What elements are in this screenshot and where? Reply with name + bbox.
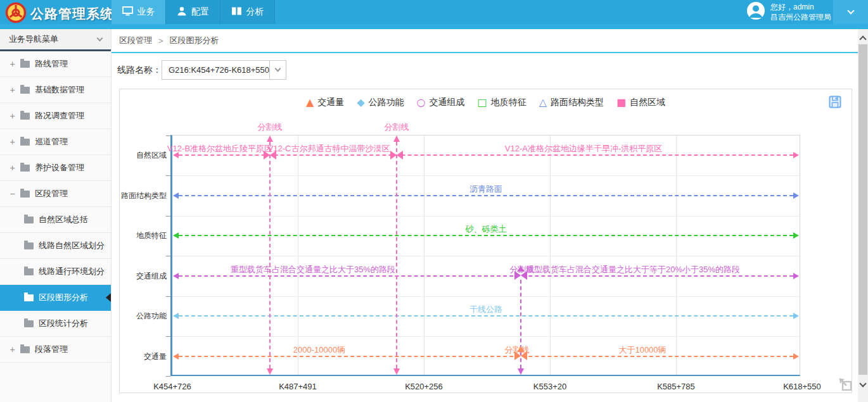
- avatar-icon: [746, 1, 765, 23]
- scroll-down-icon[interactable]: [859, 380, 866, 387]
- row-label-highway-function: 公路功能: [136, 311, 167, 322]
- diamond-filled-icon: ◆: [357, 97, 364, 108]
- arrow-left-icon: [173, 232, 179, 239]
- arrow-down-icon: [393, 368, 400, 375]
- sidebar-item-maintenance-equipment[interactable]: + 养护设备管理: [0, 155, 111, 181]
- tab-business[interactable]: 业务: [112, 0, 166, 24]
- sidebar-item-paragraph-management[interactable]: + 段落管理: [0, 337, 111, 363]
- expand-icon[interactable]: +: [8, 111, 16, 121]
- row-label-pavement-structure-type: 路面结构类型: [121, 191, 167, 201]
- circle-outline-icon: ○: [417, 97, 426, 108]
- legend-item-geological-feature: □ 地质特征: [478, 97, 527, 108]
- book-icon: [231, 6, 242, 18]
- user-menu-toggle[interactable]: [833, 0, 868, 24]
- sidebar-item-route-management[interactable]: + 路线管理: [0, 51, 111, 77]
- breadcrumb-section-management[interactable]: 区段管理: [119, 35, 152, 46]
- monitor-icon: [122, 6, 133, 18]
- series-line-traffic-volume: [179, 356, 793, 357]
- expand-icon[interactable]: +: [8, 163, 16, 173]
- popout-icon[interactable]: [838, 377, 854, 393]
- sidebar-header[interactable]: 业务导航菜单: [0, 29, 111, 51]
- sidebar-item-line-natural-region-division[interactable]: 线路自然区域划分: [0, 233, 111, 259]
- sidebar-item-section-statistics-analysis[interactable]: 区段统计分析: [0, 311, 111, 337]
- divider-label: 分割线: [258, 122, 283, 133]
- triangle-filled-icon: ▲: [306, 97, 314, 108]
- scrollbar-thumb[interactable]: [858, 44, 867, 375]
- sidebar-item-label: 线路自然区域划分: [39, 240, 105, 251]
- sidebar-item-road-condition-survey[interactable]: + 路况调查管理: [0, 103, 111, 129]
- expand-icon[interactable]: +: [8, 59, 16, 69]
- row-label-traffic-volume: 交通量: [144, 351, 167, 362]
- triangle-outline-icon: △: [539, 97, 547, 108]
- arrow-left-icon: [173, 273, 179, 279]
- row-label-traffic-composition: 交通组成: [136, 271, 167, 282]
- line-name-value: G216:K454+726-K618+550: [162, 61, 269, 79]
- arrow-left-icon: [173, 192, 179, 199]
- sidebar-item-label: 巡道管理: [35, 136, 68, 148]
- save-icon[interactable]: [829, 96, 841, 108]
- axis-tick: [166, 376, 170, 377]
- logo-wheel-icon: [5, 2, 27, 26]
- chart-legend: ▲ 交通量 ◆ 公路功能 ○ 交通组成 □ 地质特征 △ 路面结构类型 ■ 自然…: [120, 97, 852, 108]
- sidebar-item-label: 基础数据管理: [35, 84, 84, 96]
- axis-tick: [166, 336, 170, 337]
- sidebar-item-base-data-management[interactable]: + 基础数据管理: [0, 77, 111, 103]
- gridline: [298, 135, 298, 375]
- sidebar-item-natural-region-summary[interactable]: 自然区域总括: [0, 207, 111, 233]
- square-filled-icon: ■: [616, 97, 626, 108]
- gridline: [424, 135, 424, 375]
- row-label-natural-region: 自然区域: [136, 150, 167, 161]
- arrow-right-icon: [793, 273, 799, 279]
- scroll-up-icon[interactable]: [859, 35, 866, 42]
- top-navbar: 公路管理系统 业务 配置: [0, 0, 868, 29]
- segment-label: 大于10000辆: [618, 344, 666, 356]
- arrow-down-icon: [267, 368, 273, 375]
- arrow-right-icon: [793, 152, 799, 158]
- folder-icon: [24, 268, 34, 275]
- breadcrumb-section-graph-analysis: 区段图形分析: [170, 35, 219, 46]
- gridline: [172, 296, 800, 297]
- tab-config[interactable]: 配置: [166, 0, 220, 24]
- sidebar-item-label: 路况调查管理: [35, 110, 84, 122]
- navbar-bottom-strip: [0, 24, 868, 29]
- sidebar-item-patrol-management[interactable]: + 巡道管理: [0, 129, 111, 155]
- divider-marker: [390, 151, 397, 160]
- sidebar-item-section-management[interactable]: − 区段管理: [0, 181, 111, 207]
- folder-icon: [24, 242, 34, 249]
- gridline: [172, 336, 800, 337]
- legend-label: 地质特征: [491, 97, 527, 108]
- line-name-select[interactable]: G216:K454+726-K618+550: [162, 60, 286, 80]
- chevron-down-icon: [97, 35, 103, 41]
- folder-icon: [20, 346, 30, 353]
- expand-icon[interactable]: +: [8, 344, 16, 355]
- legend-label: 交通量: [317, 97, 344, 108]
- expand-icon[interactable]: +: [8, 85, 16, 95]
- segment-label: 重型载货车占混合交通量之比大于35%的路段: [231, 264, 395, 275]
- axis-tick: [166, 256, 170, 256]
- vertical-scrollbar[interactable]: [858, 29, 868, 402]
- sidebar-item-line-traffic-env-division[interactable]: 线路通行环境划分: [0, 259, 111, 285]
- legend-item-natural-region: ■ 自然区域: [616, 97, 665, 108]
- divider-label: 分割线: [385, 122, 409, 133]
- legend-item-pavement-structure-type: △ 路面结构类型: [539, 97, 604, 108]
- arrow-left-icon: [173, 313, 179, 319]
- tab-analysis[interactable]: 分析: [220, 0, 275, 24]
- expand-icon[interactable]: +: [8, 137, 16, 147]
- sidebar-item-label: 自然区域总括: [39, 214, 88, 225]
- select-dropdown-button[interactable]: [269, 61, 286, 79]
- arrow-right-icon: [793, 232, 799, 239]
- segment-label: 2000-10000辆: [293, 344, 345, 356]
- sidebar-item-label: 区段图形分析: [39, 292, 88, 303]
- arrow-right-icon: [793, 192, 799, 199]
- segment-label: 重型载货车占混合交通量之比大于等于20%小于35%的路段: [526, 264, 740, 275]
- segment-label: V12-A准格尔盆地边缘半干旱冲-洪积平原区: [505, 143, 662, 154]
- folder-icon: [20, 165, 30, 172]
- user-info[interactable]: 您好，admin 昌吉州公路管理局: [746, 0, 831, 24]
- sidebar: 业务导航菜单 + 路线管理 + 基础数据管理 + 路况调查管理 + 巡道管理 +…: [0, 29, 112, 402]
- collapse-icon[interactable]: −: [8, 189, 16, 199]
- sidebar-item-section-graph-analysis[interactable]: 区段图形分析: [0, 285, 111, 311]
- arrow-up-icon: [267, 135, 273, 142]
- divider-marker: [397, 151, 403, 160]
- series-line-highway-function: [179, 315, 793, 317]
- divider-label: 分割线: [505, 344, 530, 356]
